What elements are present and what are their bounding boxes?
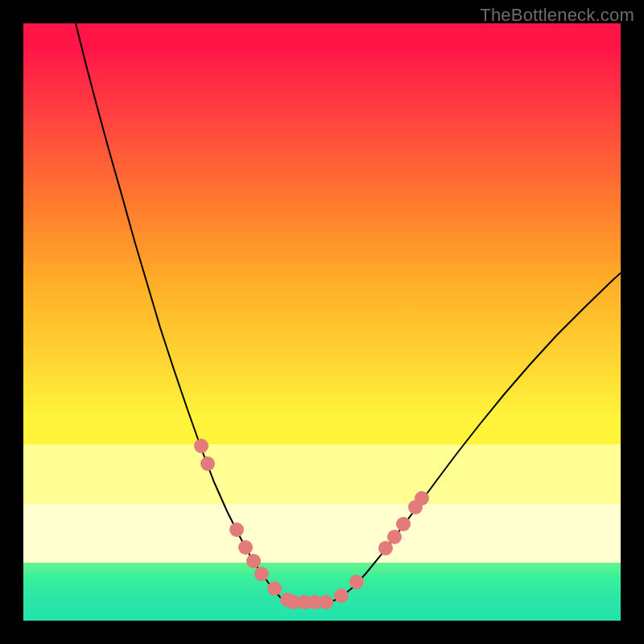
chart-svg bbox=[23, 23, 621, 621]
marker-dot bbox=[238, 540, 253, 555]
marker-dot bbox=[334, 588, 349, 603]
marker-dot bbox=[415, 491, 429, 506]
curve-group bbox=[76, 23, 621, 602]
left-curve-path bbox=[76, 23, 294, 602]
marker-dot bbox=[378, 541, 393, 555]
marker-dot bbox=[267, 581, 282, 596]
watermark-text: TheBottleneck.com bbox=[480, 5, 634, 26]
marker-dot bbox=[254, 567, 269, 581]
marker-dot bbox=[246, 554, 261, 568]
app-frame: TheBottleneck.com bbox=[0, 0, 644, 644]
marker-group bbox=[194, 439, 429, 609]
marker-dot bbox=[319, 595, 333, 609]
marker-dot bbox=[349, 575, 364, 589]
right-curve-path bbox=[326, 273, 621, 602]
marker-dot bbox=[229, 522, 244, 537]
marker-dot bbox=[200, 456, 215, 471]
marker-dot bbox=[387, 530, 402, 544]
marker-dot bbox=[194, 439, 208, 453]
marker-dot bbox=[396, 517, 411, 531]
